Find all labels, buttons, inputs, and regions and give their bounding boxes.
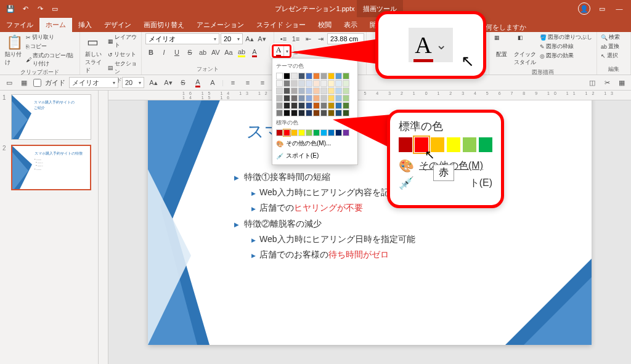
color-swatch[interactable] bbox=[306, 110, 312, 116]
color-swatch[interactable] bbox=[306, 129, 312, 136]
autosave-icon[interactable]: 💾 bbox=[5, 3, 16, 14]
qat-extra-2[interactable]: ✂ bbox=[601, 77, 613, 88]
color-swatch[interactable] bbox=[298, 87, 305, 94]
tab-view[interactable]: 表示 bbox=[338, 18, 364, 32]
vertical-ruler[interactable] bbox=[99, 91, 108, 364]
tab-review[interactable]: 校閲 bbox=[312, 18, 338, 32]
color-swatch[interactable] bbox=[320, 87, 327, 94]
highlight-button[interactable]: ab bbox=[236, 47, 247, 58]
paste-button[interactable]: 📋 貼り付け bbox=[4, 33, 23, 68]
color-swatch[interactable] bbox=[328, 102, 335, 109]
color-swatch[interactable] bbox=[343, 87, 349, 94]
font-color-split-button-highlight[interactable]: A ▾ bbox=[272, 44, 291, 58]
case-button[interactable]: Aa bbox=[223, 47, 234, 58]
color-swatch[interactable] bbox=[276, 95, 283, 102]
color-swatch[interactable] bbox=[335, 102, 342, 109]
bullets-button[interactable]: •≡ bbox=[278, 33, 289, 44]
color-swatch[interactable] bbox=[298, 80, 305, 87]
qat-extra-1[interactable]: ◫ bbox=[587, 77, 598, 88]
color-swatch[interactable] bbox=[283, 110, 290, 116]
qat-icon[interactable]: ▭ bbox=[4, 77, 15, 88]
color-swatch[interactable] bbox=[276, 73, 283, 79]
font-size-combo[interactable]: 20▾ bbox=[221, 33, 243, 44]
qat-align-c[interactable]: ≡ bbox=[242, 77, 253, 88]
color-swatch[interactable] bbox=[291, 95, 298, 102]
color-swatch[interactable] bbox=[298, 129, 305, 136]
color-swatch[interactable] bbox=[335, 87, 342, 94]
color-swatch[interactable] bbox=[313, 102, 320, 109]
replace-button[interactable]: ab置換 bbox=[601, 42, 619, 51]
spacing-button[interactable]: AV bbox=[210, 47, 221, 58]
tab-file[interactable]: ファイル bbox=[0, 18, 39, 32]
slide-thumbnail-2[interactable]: スマホ購入予約サイトの特徴 • ........ • ........ • ..… bbox=[11, 145, 91, 190]
qat-grow-font[interactable]: A▴ bbox=[148, 77, 159, 88]
qat-align-l[interactable]: ≡ bbox=[227, 77, 238, 88]
quick-styles-button[interactable]: ◧クイック スタイル bbox=[513, 33, 537, 68]
guide-checkbox[interactable] bbox=[33, 79, 41, 87]
color-swatch[interactable] bbox=[291, 80, 298, 87]
color-swatch[interactable] bbox=[283, 102, 290, 109]
undo-icon[interactable]: ↶ bbox=[20, 3, 31, 14]
color-swatch[interactable] bbox=[298, 102, 305, 109]
color-swatch[interactable] bbox=[328, 80, 335, 87]
color-swatch[interactable] bbox=[276, 87, 283, 94]
select-button[interactable]: ↖選択 bbox=[601, 52, 618, 60]
qat-strike[interactable]: S bbox=[177, 77, 189, 88]
color-swatch[interactable] bbox=[298, 95, 305, 102]
section-button[interactable]: ▤セクション bbox=[108, 60, 137, 76]
color-swatch[interactable] bbox=[313, 110, 320, 116]
tab-animations[interactable]: アニメーション bbox=[190, 18, 250, 32]
color-swatch[interactable] bbox=[447, 137, 460, 152]
color-swatch[interactable] bbox=[283, 129, 290, 136]
color-swatch[interactable] bbox=[328, 87, 335, 94]
color-swatch[interactable] bbox=[343, 102, 349, 109]
color-swatch[interactable] bbox=[399, 137, 412, 152]
ribbon-options-icon[interactable]: ▭ bbox=[596, 3, 608, 14]
color-swatch[interactable] bbox=[306, 87, 312, 94]
bold-button[interactable]: B bbox=[145, 47, 157, 58]
color-swatch[interactable] bbox=[343, 80, 349, 87]
account-icon[interactable]: 👤 bbox=[578, 2, 590, 15]
qat-size-combo[interactable]: 20▾ bbox=[122, 77, 144, 88]
tab-transitions[interactable]: 画面切り替え bbox=[137, 18, 190, 32]
color-swatch[interactable] bbox=[291, 129, 298, 136]
color-swatch[interactable] bbox=[306, 95, 312, 102]
color-swatch[interactable] bbox=[306, 80, 312, 87]
font-name-combo[interactable]: メイリオ▾ bbox=[145, 33, 219, 44]
shape-outline-button[interactable]: ✎図形の枠線 bbox=[540, 42, 592, 51]
color-swatch[interactable] bbox=[343, 95, 349, 102]
color-swatch[interactable] bbox=[335, 80, 342, 87]
color-swatch[interactable] bbox=[276, 129, 283, 136]
color-swatch[interactable] bbox=[283, 87, 290, 94]
qat-font-color[interactable]: A bbox=[192, 77, 203, 88]
color-swatch[interactable] bbox=[276, 102, 283, 109]
font-color-button[interactable]: A bbox=[249, 47, 260, 58]
color-swatch[interactable] bbox=[313, 95, 320, 102]
color-swatch[interactable] bbox=[320, 110, 327, 116]
start-slideshow-icon[interactable]: ▭ bbox=[49, 3, 60, 14]
qat-effects[interactable]: A bbox=[207, 77, 218, 88]
color-swatch[interactable] bbox=[283, 80, 290, 87]
redo-icon[interactable]: ↷ bbox=[35, 3, 46, 14]
new-slide-button[interactable]: ▭ 新しい スライド bbox=[84, 33, 105, 76]
color-swatch[interactable] bbox=[313, 87, 320, 94]
qat-shrink-font[interactable]: A▾ bbox=[163, 77, 174, 88]
color-swatch[interactable] bbox=[320, 95, 327, 102]
slide-thumbnail-1[interactable]: スマホ購入予約サイトの ご紹介 bbox=[11, 94, 91, 140]
cut-button[interactable]: ✂切り取り bbox=[26, 33, 76, 41]
color-swatch[interactable] bbox=[291, 110, 298, 116]
color-swatch[interactable] bbox=[291, 102, 298, 109]
qat-font-combo[interactable]: メイリオ▾ bbox=[69, 77, 118, 88]
copy-button[interactable]: ⎘コピー bbox=[26, 42, 76, 51]
arrange-button[interactable]: ▦配置 bbox=[493, 33, 510, 60]
underline-button[interactable]: U bbox=[171, 47, 182, 58]
tab-design[interactable]: デザイン bbox=[98, 18, 137, 32]
color-swatch[interactable] bbox=[479, 137, 492, 152]
color-swatch[interactable] bbox=[320, 80, 327, 87]
color-swatch[interactable] bbox=[276, 80, 283, 87]
qat-extra-3[interactable]: ▦ bbox=[616, 77, 627, 88]
horizontal-ruler[interactable]: 16 15 14 13 12 11 10 9 8 7 6 5 4 3 2 1 0… bbox=[108, 91, 631, 100]
color-swatch[interactable] bbox=[291, 87, 298, 94]
color-swatch[interactable] bbox=[328, 95, 335, 102]
color-swatch[interactable] bbox=[335, 95, 342, 102]
